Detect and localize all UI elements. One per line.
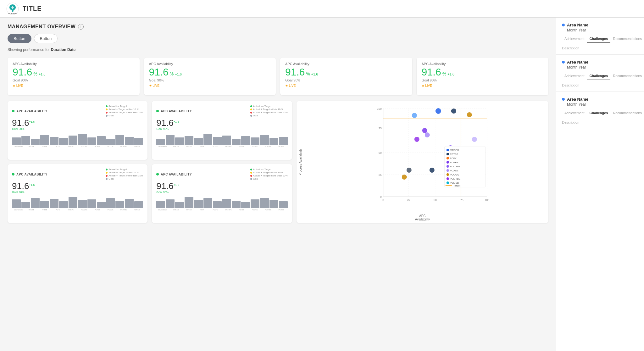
kpi-goal-3: Goal 90% [422, 78, 544, 82]
chart-val-2: 91.6+1.6 [12, 182, 35, 191]
kpi-unit-1: % [170, 71, 174, 76]
kpi-card-2: APC Availability 91.6 % +1.6 Goal 90% LI… [280, 58, 412, 95]
right-panel-section-1: Area Name Month Year Achievement Challen… [556, 55, 644, 92]
bar-2 [175, 202, 184, 208]
bar-0 [156, 201, 165, 208]
chart-val-1: 91.6+1.6 [156, 119, 179, 127]
bar-8 [87, 137, 96, 145]
info-icon[interactable]: i [78, 24, 84, 30]
rp-tab-recommendations-1[interactable]: Recommendations [610, 73, 644, 80]
kpi-label-3: APC Availability [422, 62, 544, 66]
bar-13 [279, 137, 288, 145]
chart-legend-0: Actual >= Target Actual + Target within … [106, 105, 143, 117]
chart-card-0: APC AVAILABILITY Actual >= Target Actual… [8, 101, 147, 160]
rp-tab-challenges-2[interactable]: Challenges [587, 110, 611, 117]
right-panel: Area Name Month Year Achievement Challen… [556, 18, 644, 351]
svg-point-53 [446, 177, 449, 180]
kpi-live-2: LIVE [285, 84, 407, 87]
kpi-card-0: APC Availability 91.6 % +1.6 Goal 90% LI… [8, 58, 140, 95]
scatter-chart: 100 75 50 25 0 0 25 50 75 100 [317, 105, 544, 206]
rp-dot-1 [562, 61, 565, 64]
kpi-delta-3: +1.6 [447, 72, 454, 76]
x-labels-2: DownstreamMRCSBPPTSBPCFKPCEPEPCLOPEPCASB… [12, 209, 143, 211]
chart-col-1: APC AVAILABILITY Actual >= Target Actual… [8, 101, 147, 223]
kpi-value-0: 91.6 [13, 67, 32, 77]
bar-11 [260, 135, 269, 145]
kpi-live-1: LIVE [149, 84, 271, 87]
svg-text:Target: Target [453, 184, 460, 187]
svg-text:50: 50 [433, 198, 436, 202]
kpi-label-1: APC Availability [149, 62, 271, 66]
rp-tab-achievement-0[interactable]: Achievement [562, 36, 587, 43]
button-2[interactable]: Button [34, 34, 58, 43]
rp-tab-achievement-2[interactable]: Achievement [562, 110, 587, 117]
rp-dot-2 [562, 98, 565, 101]
svg-point-26 [451, 109, 456, 114]
bar-3 [40, 201, 49, 208]
rp-tab-challenges-0[interactable]: Challenges [587, 36, 611, 43]
section-title: MANAGEMENT OVERVIEW [8, 24, 75, 30]
rp-description-2: Description [562, 120, 638, 124]
svg-text:PPTSB: PPTSB [450, 153, 458, 156]
right-panel-section-0: Area Name Month Year Achievement Challen… [556, 18, 644, 55]
chart-card-2: APC AVAILABILITY Actual >= Target Actual… [8, 164, 147, 223]
app-header: PETRONAS TITLE [0, 0, 644, 18]
bar-3 [185, 136, 193, 145]
bar-5 [59, 138, 68, 145]
svg-text:PCOGG: PCOGG [450, 173, 459, 176]
rp-area-name-1: Area Name [567, 60, 588, 64]
performance-text: Showing performance for Duration Date [8, 47, 548, 52]
bar-10 [251, 137, 259, 145]
bar-10 [251, 199, 259, 208]
bar-8 [232, 139, 241, 145]
chart-goal-2: Goal 90% [12, 191, 143, 194]
chart-legend-2: Actual >= Target Actual + Target within … [106, 168, 143, 181]
kpi-value-1: 91.6 [149, 67, 169, 77]
rp-area-name-0: Area Name [567, 23, 588, 27]
button-group: Button Button [8, 34, 548, 43]
rp-dot-0 [562, 24, 565, 26]
rp-tabs-0: Achievement Challenges Recommendations [562, 36, 638, 43]
svg-point-24 [412, 113, 417, 118]
bar-4 [50, 137, 58, 145]
svg-text:0: 0 [380, 195, 381, 198]
bar-5 [59, 201, 68, 208]
petronas-logo: PETRONAS [6, 3, 19, 15]
bar-3 [185, 197, 193, 208]
bar-12 [269, 138, 278, 145]
bar-9 [97, 202, 106, 208]
kpi-unit-0: % [33, 71, 37, 76]
svg-text:MRCSB: MRCSB [450, 149, 459, 152]
bar-1 [21, 202, 30, 208]
kpi-goal-0: Goal 90% [13, 78, 135, 82]
svg-point-45 [446, 161, 449, 164]
rp-area-name-2: Area Name [567, 97, 588, 102]
rp-tab-recommendations-2[interactable]: Recommendations [610, 110, 644, 117]
svg-text:PCMSB: PCMSB [450, 181, 458, 184]
svg-text:PCFK: PCFK [450, 157, 457, 160]
bar-4 [50, 199, 58, 208]
bar-11 [260, 198, 269, 208]
chart-goal-0: Goal 90% [12, 127, 143, 131]
bar-5 [203, 134, 212, 145]
button-1[interactable]: Button [8, 34, 31, 43]
bar-12 [125, 199, 134, 208]
x-labels-0: DownstreamMRCSBPPTSBPCFKPCEPEPCLOPEPCASB… [12, 146, 143, 148]
rp-tab-achievement-1[interactable]: Achievement [562, 73, 587, 80]
rp-tab-recommendations-0[interactable]: Recommendations [610, 36, 644, 43]
bar-chart-2 [12, 196, 143, 208]
bar-0 [12, 199, 21, 208]
rp-tab-challenges-1[interactable]: Challenges [587, 73, 611, 80]
svg-text:25: 25 [378, 173, 381, 176]
chart-card-3: APC AVAILABILITY Actual >= Target Actual… [152, 164, 292, 223]
green-dot-2 [12, 173, 14, 176]
kpi-unit-3: % [442, 71, 446, 76]
bar-6 [213, 137, 222, 145]
right-panel-section-2: Area Name Month Year Achievement Challen… [556, 92, 644, 129]
svg-point-51 [446, 173, 449, 176]
bar-7 [78, 200, 87, 208]
bar-0 [156, 139, 165, 145]
svg-text:PCEPE: PCEPE [450, 161, 458, 164]
chart-col-2: APC AVAILABILITY Actual >= Target Actual… [152, 101, 292, 223]
svg-text:PCLOPE: PCLOPE [450, 165, 460, 168]
